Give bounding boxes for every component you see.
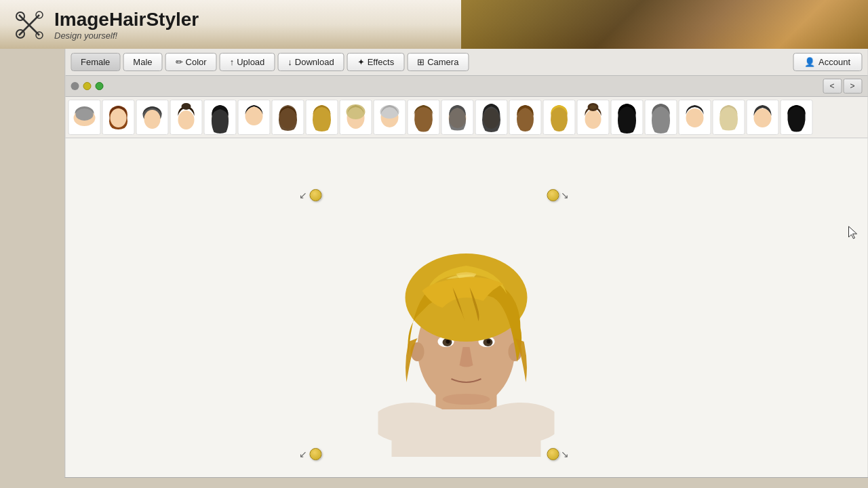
camera-icon: ⊞ <box>417 57 425 67</box>
hair-style-4[interactable] <box>170 100 202 135</box>
svg-point-29 <box>589 105 596 109</box>
hair-style-8[interactable] <box>305 100 338 135</box>
header-background <box>461 0 868 49</box>
effects-icon: ✦ <box>357 57 365 67</box>
upload-icon: ↑ <box>230 57 235 67</box>
person-preview <box>378 165 555 457</box>
svg-point-9 <box>110 108 126 127</box>
hair-style-12[interactable] <box>441 100 473 135</box>
svg-point-8 <box>75 108 93 121</box>
hair-gallery <box>65 97 867 138</box>
color-button[interactable]: ✏ Color <box>165 53 217 71</box>
hair-style-10[interactable] <box>373 100 406 135</box>
hair-style-17[interactable] <box>610 100 643 135</box>
hair-style-20[interactable] <box>712 100 745 135</box>
hair-style-13[interactable] <box>475 100 507 135</box>
hair-style-11[interactable] <box>407 100 439 135</box>
svg-point-34 <box>753 108 771 127</box>
app-title-block: ImageHairStyler Design yourself! <box>54 9 199 41</box>
download-button[interactable]: ↓ Download <box>277 53 344 71</box>
camera-button[interactable]: ⊞ Camera <box>407 53 469 71</box>
cursor <box>847 225 859 244</box>
logo-area: ImageHairStyler Design yourself! <box>14 8 199 41</box>
hair-style-21[interactable] <box>746 100 778 135</box>
hair-style-19[interactable] <box>678 100 711 135</box>
male-button[interactable]: Male <box>123 53 162 71</box>
svg-point-11 <box>144 110 160 129</box>
handle-arrow-bottom-right: ↘ <box>561 449 569 460</box>
hair-style-14[interactable] <box>509 100 541 135</box>
minimize-button[interactable] <box>83 82 91 90</box>
person-svg <box>378 165 555 457</box>
hair-style-6[interactable] <box>237 100 270 135</box>
hair-style-3[interactable] <box>136 100 168 135</box>
download-icon: ↓ <box>288 57 292 67</box>
handle-circle-bottom-right[interactable] <box>547 448 559 460</box>
next-button[interactable]: > <box>843 79 862 94</box>
upload-button[interactable]: ↑ Upload <box>220 53 275 71</box>
hair-style-2[interactable] <box>102 100 134 135</box>
maximize-button[interactable] <box>95 82 103 90</box>
hair-style-15[interactable] <box>542 100 575 135</box>
scissors-icon <box>14 8 46 41</box>
hair-style-7[interactable] <box>271 100 304 135</box>
canvas-area[interactable]: ↙ ↘ <box>65 138 867 477</box>
hair-style-16[interactable] <box>576 100 609 135</box>
top-left-handle[interactable]: ↙ <box>299 189 321 201</box>
app-title: ImageHairStyler <box>54 9 199 30</box>
handle-arrow-bottom-left: ↙ <box>299 449 307 460</box>
female-button[interactable]: Female <box>71 53 120 71</box>
handle-arrow-right: ↘ <box>561 190 569 201</box>
svg-point-47 <box>446 340 450 344</box>
svg-point-32 <box>686 108 703 127</box>
bottom-left-handle[interactable]: ↙ <box>299 448 321 460</box>
svg-point-27 <box>585 110 601 129</box>
pencil-icon: ✏ <box>176 57 183 67</box>
main-container: Female Male ✏ Color ↑ Upload ↓ Download … <box>64 49 868 478</box>
handle-circle-bottom-left[interactable] <box>309 448 321 460</box>
person-icon: 👤 <box>804 57 815 67</box>
effects-button[interactable]: ✦ Effects <box>347 53 405 71</box>
handle-circle-top-left[interactable] <box>309 189 321 201</box>
account-button[interactable]: 👤 Account <box>793 53 862 71</box>
nav-arrows: < > <box>823 79 862 94</box>
handle-arrow-left: ↙ <box>299 190 307 201</box>
svg-point-12 <box>178 110 194 129</box>
hair-style-9[interactable] <box>339 100 372 135</box>
svg-point-49 <box>443 394 490 405</box>
svg-point-13 <box>181 103 191 110</box>
hair-style-22[interactable] <box>780 100 812 135</box>
hair-style-5[interactable] <box>203 100 236 135</box>
app-header: ImageHairStyler Design yourself! <box>0 0 868 49</box>
svg-rect-39 <box>392 409 541 457</box>
hair-style-1[interactable] <box>68 100 100 135</box>
bottom-right-handle[interactable]: ↘ <box>547 448 569 460</box>
app-subtitle: Design yourself! <box>54 30 199 41</box>
toolbar: Female Male ✏ Color ↑ Upload ↓ Download … <box>65 49 867 76</box>
window-controls-bar: < > <box>65 76 867 97</box>
svg-point-48 <box>487 340 491 344</box>
prev-button[interactable]: < <box>823 79 842 94</box>
hair-style-18[interactable] <box>644 100 677 135</box>
close-button[interactable] <box>71 82 79 90</box>
